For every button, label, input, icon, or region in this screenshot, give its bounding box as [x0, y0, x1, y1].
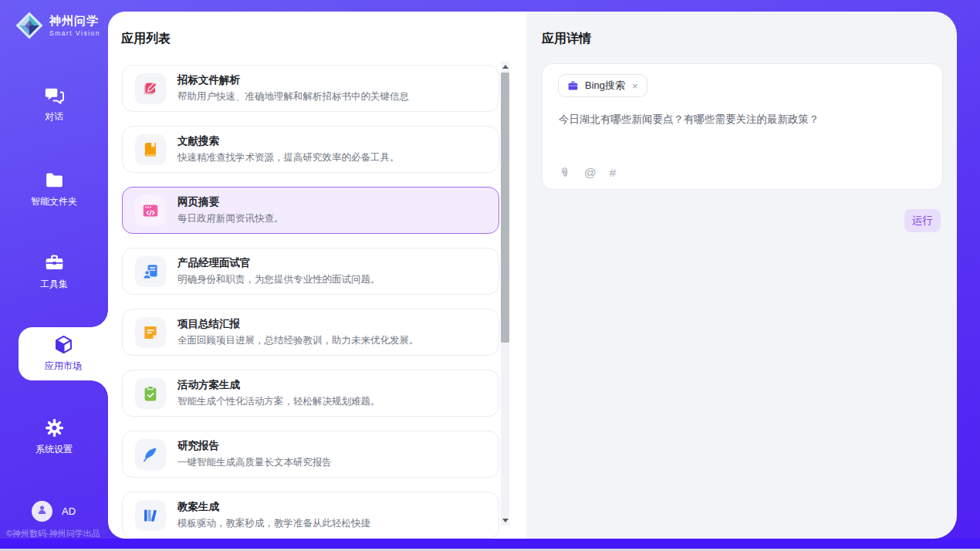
toolbox-icon [44, 252, 65, 273]
app-card[interactable]: 教案生成 模板驱动，教案秒成，教学准备从此轻松快捷 [122, 492, 499, 539]
scrollbar[interactable] [501, 62, 509, 526]
gear-icon [44, 417, 65, 438]
sidebar-item-folders[interactable]: 智能文件夹 [0, 170, 108, 208]
app-icon-tile [135, 439, 166, 470]
app-detail-panel: 应用详情 Bing搜索 × 今日湖北有哪些新闻要点？有哪些需要关注的最新政策？ … [526, 12, 957, 539]
scroll-up-arrow-icon[interactable] [501, 62, 509, 72]
brand: 神州问学 Smart Vision [14, 10, 100, 41]
run-button[interactable]: 运行 [904, 209, 941, 232]
app-description: 快速精准查找学术资源，提高研究效率的必备工具。 [177, 151, 400, 164]
app-detail-title: 应用详情 [542, 31, 591, 47]
folder-icon [44, 170, 65, 191]
briefcase-icon [567, 80, 579, 92]
sidebar: 神州问学 Smart Vision 对话 智能文件夹 工具集 应用市场 系统设置… [0, 0, 108, 551]
app-description: 模板驱动，教案秒成，教学准备从此轻松快捷 [177, 517, 370, 530]
clipboard-check-icon [141, 384, 160, 403]
memo-icon [141, 323, 160, 342]
tool-tag-bing-search[interactable]: Bing搜索 × [558, 74, 647, 97]
mention-icon[interactable]: @ [584, 167, 596, 179]
app-name: 研究报告 [177, 439, 332, 453]
app-card[interactable]: 招标文件解析 帮助用户快速、准确地理解和解析招标书中的关键信息 [122, 65, 499, 112]
books-icon [141, 506, 160, 525]
app-icon-tile [135, 500, 166, 531]
sidebar-footer: ©神州数码·神州问学出品 [6, 528, 100, 539]
sidebar-item-market[interactable]: 应用市场 [19, 327, 108, 380]
edit-document-icon [141, 79, 160, 98]
app-icon-tile [135, 256, 166, 287]
app-name: 招标文件解析 [177, 73, 409, 87]
app-name: 文献搜索 [177, 134, 400, 148]
diamond-logo [14, 10, 45, 41]
app-icon-tile [135, 134, 166, 165]
app-description: 明确身份和职责，为您提供专业性的面试问题。 [177, 273, 380, 286]
close-icon[interactable]: × [632, 80, 638, 92]
app-list-panel: 应用列表 招标文件解析 帮助用户快速、准确地理解和解析招标书中的关键信息 文献搜… [108, 12, 526, 539]
hash-icon[interactable]: # [610, 167, 617, 179]
app-name: 教案生成 [177, 500, 370, 514]
app-card[interactable]: 文献搜索 快速精准查找学术资源，提高研究效率的必备工具。 [122, 126, 499, 173]
app-name: 产品经理面试官 [177, 256, 380, 270]
sidebar-item-tools[interactable]: 工具集 [0, 252, 108, 291]
app-window: 神州问学 Smart Vision 对话 智能文件夹 工具集 应用市场 系统设置… [0, 0, 980, 551]
app-description: 帮助用户快速、准确地理解和解析招标书中的关键信息 [177, 90, 409, 103]
report-icon [141, 445, 160, 464]
chat-icon [44, 85, 65, 106]
app-card[interactable]: 研究报告 一键智能生成高质量长文本研究报告 [122, 431, 499, 478]
avatar [32, 501, 52, 522]
app-description: 智能生成个性化活动方案，轻松解决规划难题。 [177, 395, 380, 408]
prompt-card: Bing搜索 × 今日湖北有哪些新闻要点？有哪些需要关注的最新政策？ @# [542, 63, 943, 190]
app-card[interactable]: 项目总结汇报 全面回顾项目进展，总结经验教训，助力未来优化发展。 [122, 309, 499, 356]
app-description: 一键智能生成高质量长文本研究报告 [177, 456, 332, 469]
main-content: 应用列表 招标文件解析 帮助用户快速、准确地理解和解析招标书中的关键信息 文献搜… [108, 12, 957, 539]
app-icon-tile [135, 73, 166, 104]
app-icon-tile [135, 195, 166, 226]
app-description: 全面回顾项目进展，总结经验教训，助力未来优化发展。 [177, 334, 419, 347]
browser-code-icon [141, 201, 160, 220]
app-name: 网页摘要 [177, 195, 284, 209]
app-name: 项目总结汇报 [177, 317, 419, 331]
person-icon [35, 503, 49, 519]
scrollbar-thumb[interactable] [501, 73, 509, 343]
app-description: 每日政府新闻资讯快查。 [177, 212, 284, 225]
brand-subtitle: Smart Vision [49, 29, 100, 37]
app-icon-tile [135, 378, 166, 409]
scroll-down-arrow-icon[interactable] [501, 516, 509, 526]
book-icon [141, 140, 160, 159]
user-label: AD [62, 505, 76, 517]
app-card[interactable]: 网页摘要 每日政府新闻资讯快查。 [122, 187, 499, 234]
app-icon-tile [135, 317, 166, 348]
sidebar-item-settings[interactable]: 系统设置 [0, 417, 108, 456]
app-name: 活动方案生成 [177, 378, 380, 392]
interview-icon [141, 262, 160, 281]
cube-icon [53, 334, 74, 355]
composer-toolbar: @# [559, 167, 616, 179]
bottom-bar [0, 539, 980, 549]
app-list-title: 应用列表 [121, 31, 171, 47]
app-list-scroll: 招标文件解析 帮助用户快速、准确地理解和解析招标书中的关键信息 文献搜索 快速精… [122, 65, 499, 539]
prompt-input[interactable]: 今日湖北有哪些新闻要点？有哪些需要关注的最新政策？ [559, 112, 927, 127]
sidebar-item-chat[interactable]: 对话 [0, 85, 108, 123]
tool-tag-label: Bing搜索 [585, 79, 625, 93]
brand-name: 神州问学 [49, 14, 100, 27]
attachment-icon[interactable] [559, 167, 571, 179]
user-row[interactable]: AD [32, 501, 76, 522]
app-card[interactable]: 产品经理面试官 明确身份和职责，为您提供专业性的面试问题。 [122, 248, 499, 295]
app-card[interactable]: 活动方案生成 智能生成个性化活动方案，轻松解决规划难题。 [122, 370, 499, 417]
